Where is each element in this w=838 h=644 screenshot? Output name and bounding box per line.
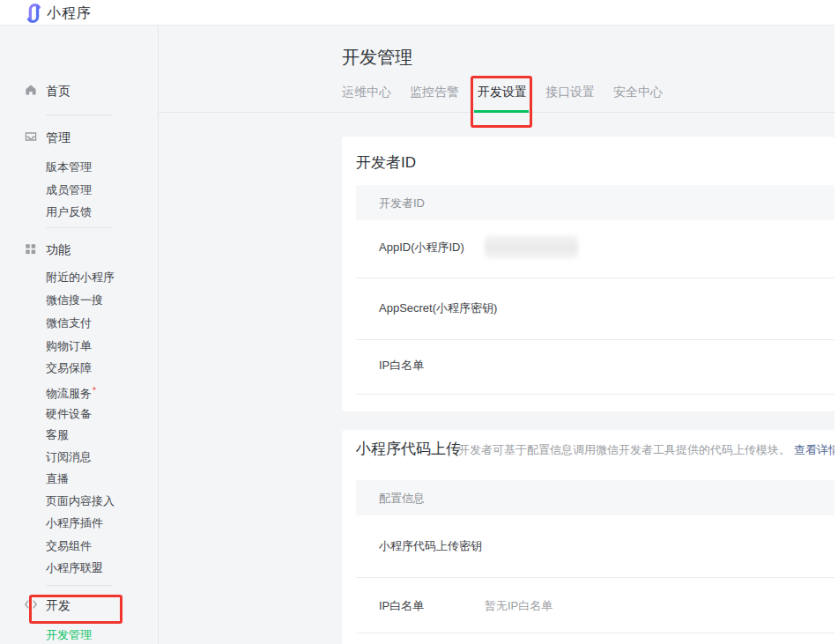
sidebar-item-member-manage[interactable]: 成员管理 xyxy=(46,182,92,198)
row-label-appsecret: AppSecret(小程序密钥) xyxy=(379,301,497,315)
tab-security-center[interactable]: 安全中心 xyxy=(613,85,663,100)
tab-dev-settings[interactable]: 开发设置 xyxy=(478,85,527,100)
top-header-bar: 小程序 xyxy=(0,0,838,26)
scrollbar-track[interactable] xyxy=(834,0,838,644)
divider xyxy=(356,577,834,578)
sidebar-group-manage: 管理 xyxy=(46,129,70,146)
sidebar-item-page-content-access[interactable]: 页面内容接入 xyxy=(46,493,115,509)
sidebar-item-live[interactable]: 直播 xyxy=(46,471,69,487)
code-upload-card: 小程序代码上传 开发者可基于配置信息调用微信开发者工具提供的代码上传模块。查看详… xyxy=(342,430,834,644)
divider xyxy=(356,278,834,278)
row-label-appid: AppID(小程序ID) xyxy=(379,241,464,255)
tab-ops-center[interactable]: 运维中心 xyxy=(342,85,391,100)
sidebar: 首页 管理 版本管理 成员管理 用户反馈 功能 附近的小程序 微信搜一搜 微信支… xyxy=(0,26,159,644)
section-title-code-upload: 小程序代码上传 xyxy=(356,439,461,459)
tab-bar: 运维中心 监控告警 开发设置 接口设置 安全中心 xyxy=(342,85,663,100)
sidebar-item-miniprogram-union[interactable]: 小程序联盟 xyxy=(46,560,103,576)
row-label-ip-whitelist: IP白名单 xyxy=(379,599,424,613)
table-header-label: 配置信息 xyxy=(379,491,425,507)
divider xyxy=(356,633,834,633)
tab-api-settings[interactable]: 接口设置 xyxy=(545,85,595,100)
page-title: 开发管理 xyxy=(342,46,412,70)
view-details-link[interactable]: 查看详情 xyxy=(794,443,838,456)
sidebar-item-customer-service[interactable]: 客服 xyxy=(46,427,69,443)
row-label-upload-key: 小程序代码上传密钥 xyxy=(379,539,482,553)
section-description: 开发者可基于配置信息调用微信开发者工具提供的代码上传模块。查看详情 xyxy=(458,442,838,458)
sidebar-item-label: 物流服务 xyxy=(46,387,92,400)
sidebar-group-features: 功能 xyxy=(46,241,70,258)
divider xyxy=(46,227,113,228)
sidebar-item-wechat-search[interactable]: 微信搜一搜 xyxy=(46,292,103,308)
sidebar-item-shopping-orders[interactable]: 购物订单 xyxy=(46,338,92,354)
table-header-label: 开发者ID xyxy=(379,196,425,211)
sidebar-item-user-feedback[interactable]: 用户反馈 xyxy=(46,204,92,220)
sidebar-item-logistics-service[interactable]: 物流服务* xyxy=(46,383,96,402)
active-tab-underline xyxy=(474,110,529,113)
inbox-icon xyxy=(24,130,38,144)
sidebar-item-home[interactable]: 首页 xyxy=(46,82,70,100)
row-value-ip-whitelist: 暂无IP白名单 xyxy=(485,599,552,613)
sidebar-item-trade-guarantee[interactable]: 交易保障 xyxy=(46,360,92,376)
sidebar-group-dev: 开发 xyxy=(46,596,70,614)
grid-icon xyxy=(24,242,37,255)
table-header-row: 配置信息 xyxy=(356,480,834,515)
table-header-row: 开发者ID xyxy=(356,185,834,220)
divider xyxy=(356,394,834,395)
sidebar-item-hardware-device[interactable]: 硬件设备 xyxy=(46,406,92,422)
row-label-ip-whitelist: IP白名单 xyxy=(379,359,424,373)
annotation-box-dev-settings-tab xyxy=(471,76,532,128)
home-icon xyxy=(24,83,38,97)
code-icon xyxy=(24,598,38,611)
miniprogram-logo-icon xyxy=(24,3,43,24)
sidebar-item-subscribe-message[interactable]: 订阅消息 xyxy=(46,449,92,465)
sidebar-item-miniprogram-plugin[interactable]: 小程序插件 xyxy=(46,515,103,531)
divider xyxy=(356,339,834,340)
sidebar-item-version-manage[interactable]: 版本管理 xyxy=(46,159,92,175)
app-title: 小程序 xyxy=(47,4,92,23)
divider xyxy=(46,115,113,115)
section-title-developer-id: 开发者ID xyxy=(356,152,416,173)
sidebar-item-trade-component[interactable]: 交易组件 xyxy=(46,538,92,554)
sidebar-item-nearby-miniprogram[interactable]: 附近的小程序 xyxy=(46,270,115,285)
developer-id-card: 开发者ID 开发者ID AppID(小程序ID) AppSecret(小程序密钥… xyxy=(342,137,834,411)
new-badge-star: * xyxy=(93,386,96,396)
sidebar-item-wechat-pay[interactable]: 微信支付 xyxy=(46,315,92,331)
divider xyxy=(46,585,113,586)
redacted-appid-value xyxy=(485,235,578,259)
description-text: 开发者可基于配置信息调用微信开发者工具提供的代码上传模块。 xyxy=(458,443,790,456)
tab-monitor-alert[interactable]: 监控告警 xyxy=(410,85,459,100)
sidebar-item-dev-manage[interactable]: 开发管理 xyxy=(46,627,92,643)
